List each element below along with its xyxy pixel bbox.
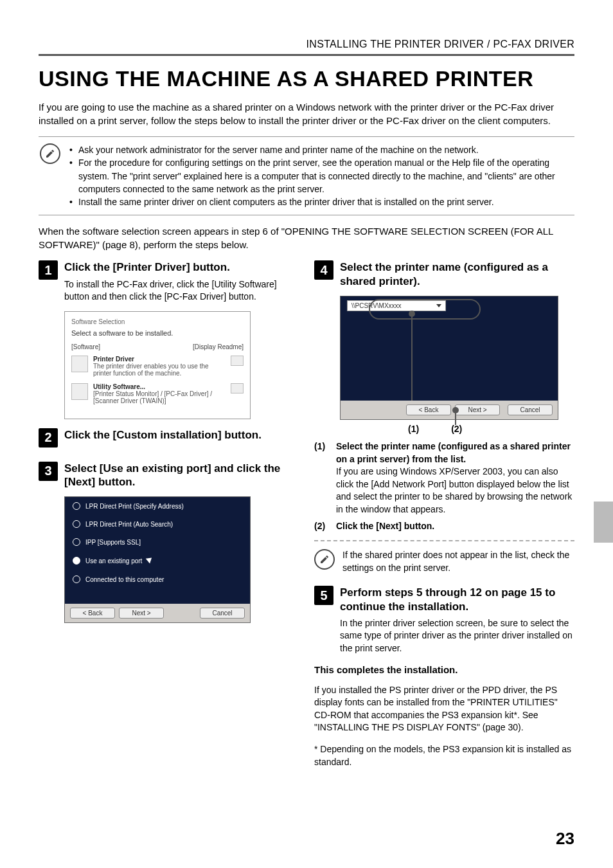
- intro-paragraph: If you are going to use the machine as a…: [39, 100, 574, 127]
- page-title: USING THE MACHINE AS A SHARED PRINTER: [39, 66, 574, 91]
- go-icon[interactable]: [231, 383, 244, 393]
- printer-driver-row[interactable]: Printer Driver The printer driver enable…: [71, 356, 244, 377]
- go-icon[interactable]: [231, 356, 244, 366]
- step-title: Select [Use an existing port] and click …: [64, 462, 299, 489]
- step-number: 3: [39, 462, 58, 481]
- completion-heading: This completes the installation.: [314, 664, 574, 675]
- printer-select-dialog: \\PCSRV\MXxxxx < Back Next > Cancel: [340, 296, 558, 420]
- dashed-divider: [314, 540, 574, 541]
- dialog-title: Software Selection: [71, 318, 125, 325]
- cancel-button[interactable]: Cancel: [200, 608, 245, 619]
- footnote: * Depending on the models, the PS3 expan…: [314, 743, 574, 768]
- note-item: •For the procedure for configuring setti…: [69, 156, 573, 195]
- note-box: •Ask your network administrator for the …: [39, 136, 574, 215]
- pencil-note-icon: [40, 143, 60, 164]
- header-rule: [39, 54, 574, 56]
- step-title: Click the [Printer Driver] button.: [64, 260, 299, 274]
- step-subtext: In the printer driver selection screen, …: [340, 617, 574, 655]
- step-subtext: To install the PC-Fax driver, click the …: [64, 278, 299, 303]
- edge-tab: [594, 502, 613, 543]
- utility-software-row[interactable]: Utility Software... [Printer Status Moni…: [71, 383, 244, 404]
- callout-label: (2): [451, 424, 462, 434]
- software-selection-dialog: Software Selection Select a software to …: [64, 311, 251, 419]
- highlight-rounded-icon: [369, 299, 481, 320]
- back-button[interactable]: < Back: [406, 404, 451, 415]
- page-number: 23: [556, 829, 574, 849]
- step-number: 2: [39, 428, 58, 448]
- cursor-icon: [147, 556, 154, 565]
- note-item: •Ask your network administrator for the …: [69, 143, 573, 156]
- section-header: INSTALLING THE PRINTER DRIVER / PC-FAX D…: [39, 39, 574, 50]
- sublist-item: (1) Select the printer name (configured …: [314, 440, 574, 516]
- radio-lpr-specify[interactable]: LPR Direct Print (Specify Address): [65, 497, 250, 515]
- step-title: Click the [Custom installation] button.: [64, 428, 299, 442]
- printer-icon: [71, 356, 88, 372]
- mini-note: If the shared printer does not appear in…: [314, 549, 574, 574]
- step-title: Perform steps 5 through 12 on page 15 to…: [340, 586, 574, 613]
- completion-body: If you installed the PS printer driver o…: [314, 684, 574, 734]
- step-title: Select the printer name (configured as a…: [340, 260, 574, 288]
- cancel-button[interactable]: Cancel: [508, 404, 553, 415]
- note-item: •Install the same printer driver on clie…: [69, 195, 573, 208]
- pencil-note-icon: [314, 549, 335, 570]
- radio-connected-to-computer[interactable]: Connected to this computer: [65, 570, 250, 588]
- step-number: 4: [314, 260, 333, 280]
- utility-icon: [71, 383, 88, 400]
- next-button[interactable]: Next >: [455, 404, 500, 415]
- step-number: 1: [39, 260, 58, 280]
- link-software[interactable]: [Software]: [71, 343, 100, 350]
- link-display-readme[interactable]: [Display Readme]: [193, 343, 244, 350]
- step-number: 5: [314, 586, 333, 605]
- next-button[interactable]: Next >: [119, 608, 164, 619]
- radio-use-existing-port[interactable]: Use an existing port: [65, 551, 250, 570]
- port-selection-dialog: LPR Direct Print (Specify Address) LPR D…: [64, 496, 251, 623]
- dialog-prompt: Select a software to be installed.: [71, 329, 244, 337]
- sublist-item: (2) Click the [Next] button.: [314, 520, 574, 533]
- callout-label: (1): [408, 424, 419, 434]
- radio-lpr-auto[interactable]: LPR Direct Print (Auto Search): [65, 515, 250, 533]
- radio-ipp[interactable]: IPP [Supports SSL]: [65, 533, 250, 551]
- lead-paragraph: When the software selection screen appea…: [39, 224, 574, 251]
- back-button[interactable]: < Back: [70, 608, 115, 619]
